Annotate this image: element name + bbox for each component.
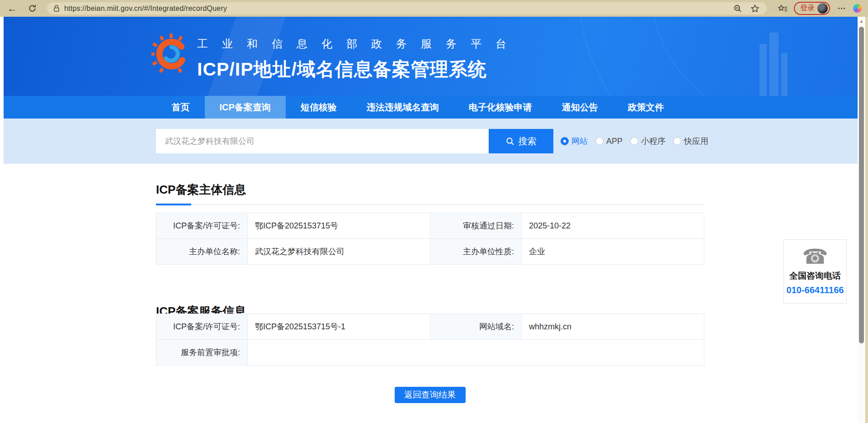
field-label: 网站域名:	[430, 314, 522, 340]
field-label: ICP备案/许可证号:	[156, 213, 248, 239]
page-viewport: 工业和信息化部政务服务平台 ICP/IP地址/域名信息备案管理系统 首页 ICP…	[4, 17, 858, 423]
address-bar[interactable]: https://beian.miit.gov.cn/#/Integrated/r…	[47, 2, 767, 14]
search-button-label: 搜索	[519, 135, 537, 147]
radio-selected-icon	[561, 137, 569, 145]
header-decor-ring	[577, 17, 858, 96]
header-subtitle: 工业和信息化部政务服务平台	[197, 37, 520, 51]
field-label: 主办单位性质:	[430, 239, 522, 265]
radio-label: APP	[606, 137, 623, 146]
hotline-number[interactable]: 010-66411166	[784, 285, 846, 295]
telephone-icon: ☎	[784, 245, 846, 268]
radio-icon	[673, 137, 681, 145]
favorites-icon[interactable]	[778, 4, 788, 13]
scrollbar-up-icon[interactable]: ▲	[858, 19, 865, 24]
field-value: 企业	[522, 239, 704, 265]
field-value: 武汉花之梦科技有限公司	[248, 239, 430, 265]
main-nav: 首页 ICP备案查询 短信核验 违法违规域名查询 电子化核验申请 通知公告 政策…	[4, 96, 858, 119]
field-value	[248, 340, 704, 366]
login-button[interactable]: 登录	[794, 2, 830, 15]
nav-tab-notices[interactable]: 通知公告	[547, 96, 613, 119]
field-value: 2025-10-22	[522, 213, 704, 239]
header-decor-building	[781, 53, 788, 96]
back-to-results-button[interactable]: 返回查询结果	[395, 387, 466, 403]
radio-app[interactable]: APP	[595, 137, 623, 146]
more-icon[interactable]	[836, 6, 847, 11]
search-type-radios: 网站 APP 小程序 快应用	[561, 136, 708, 147]
bookmark-star-icon[interactable]	[750, 4, 760, 13]
search-icon	[506, 137, 514, 146]
field-value: 鄂ICP备2025153715号-1	[248, 314, 430, 340]
copilot-icon[interactable]	[853, 4, 862, 13]
hotline-widget: ☎ 全国咨询电话 010-66411166	[783, 239, 847, 304]
reload-icon[interactable]	[25, 0, 39, 17]
field-label: 审核通过日期:	[430, 213, 522, 239]
field-value: 鄂ICP备2025153715号	[248, 213, 430, 239]
nav-tab-sms-verify[interactable]: 短信核验	[286, 96, 352, 119]
field-value: whhzmkj.cn	[522, 314, 704, 340]
header-decor-building	[769, 33, 778, 96]
nav-tab-home[interactable]: 首页	[157, 96, 205, 119]
header-decor-building	[760, 44, 767, 96]
zoom-out-icon[interactable]	[733, 4, 742, 13]
radio-quick-app[interactable]: 快应用	[673, 136, 708, 147]
radio-mini-program[interactable]: 小程序	[630, 136, 665, 147]
url-text[interactable]: https://beian.miit.gov.cn/#/Integrated/r…	[64, 5, 227, 13]
search-section: 搜索 网站 APP 小程序 快应用	[4, 119, 858, 164]
window-frame-edge	[865, 17, 868, 423]
field-label: 主办单位名称:	[156, 239, 248, 265]
scrollbar[interactable]: ▲	[858, 17, 865, 423]
lock-icon	[53, 5, 60, 12]
nav-tab-icp-query[interactable]: ICP备案查询	[205, 96, 286, 119]
avatar	[817, 3, 828, 14]
nav-tab-illegal-domain-query[interactable]: 违法违规域名查询	[352, 96, 454, 119]
page-title: ICP/IP地址/域名信息备案管理系统	[197, 57, 520, 82]
search-input[interactable]	[156, 129, 489, 153]
nav-tab-policy-files[interactable]: 政策文件	[613, 96, 679, 119]
service-info-table: ICP备案/许可证号: 鄂ICP备2025153715号-1 网站域名: whh…	[156, 314, 704, 366]
radio-icon	[595, 137, 604, 145]
radio-label: 小程序	[641, 136, 665, 147]
browser-chrome: ← https://beian.miit.gov.cn/#/Integrated…	[0, 0, 868, 17]
miit-logo-icon	[151, 33, 190, 76]
site-header: 工业和信息化部政务服务平台 ICP/IP地址/域名信息备案管理系统	[4, 17, 858, 96]
subject-section-title: ICP备案主体信息	[156, 182, 704, 205]
radio-label: 网站	[571, 136, 588, 147]
back-icon[interactable]: ←	[5, 0, 19, 17]
login-label: 登录	[800, 4, 815, 13]
radio-label: 快应用	[684, 136, 708, 147]
search-button[interactable]: 搜索	[489, 129, 553, 153]
radio-icon	[630, 137, 638, 145]
nav-tab-e-verify-apply[interactable]: 电子化核验申请	[454, 96, 547, 119]
subject-info-table: ICP备案/许可证号: 鄂ICP备2025153715号 审核通过日期: 202…	[156, 213, 704, 265]
scrollbar-thumb[interactable]	[859, 27, 864, 343]
radio-website[interactable]: 网站	[561, 136, 588, 147]
field-label: ICP备案/许可证号:	[156, 314, 248, 340]
hotline-label: 全国咨询电话	[784, 270, 846, 282]
field-label: 服务前置审批项:	[156, 340, 248, 366]
